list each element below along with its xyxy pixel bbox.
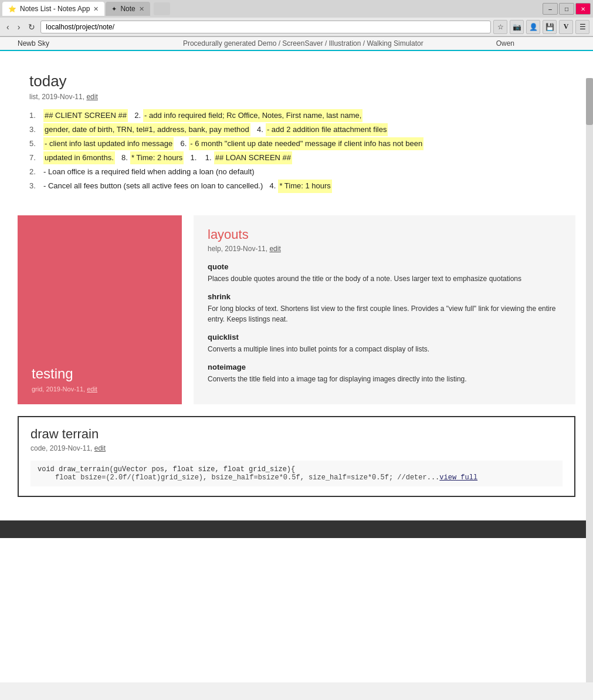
- layouts-section-shrink-desc: For long blocks of text. Shortens list v…: [208, 303, 561, 324]
- layouts-section-quicklist: quicklist Converts a multiple lines into…: [208, 333, 561, 354]
- list-row-3: 5. - client info last updated info messa…: [29, 137, 564, 150]
- list-num-5: 2.: [29, 165, 41, 178]
- today-edit-link[interactable]: edit: [86, 93, 97, 101]
- today-title: today: [29, 72, 564, 90]
- list-item-2c: - add 2 addition file attachment files: [266, 123, 388, 136]
- layouts-section-noteimage: noteimage Converts the title field into …: [208, 363, 561, 384]
- list-item-4d: 1. 1.: [186, 151, 211, 164]
- back-button[interactable]: ‹: [4, 21, 12, 33]
- list-item-3b: 6.: [176, 137, 187, 150]
- testing-meta-date: 2019-Nov-11,: [46, 385, 85, 393]
- save-icon[interactable]: 💾: [543, 20, 557, 34]
- today-meta-type: list: [29, 93, 38, 101]
- testing-title: testing: [32, 366, 168, 382]
- layouts-section-quote-desc: Places double quotes around the title or…: [208, 273, 561, 284]
- layouts-section-shrink: shrink For long blocks of text. Shortens…: [208, 292, 561, 324]
- layouts-meta-date: 2019-Nov-11,: [225, 245, 267, 253]
- layouts-section-quicklist-desc: Converts a multiple lines into bullet po…: [208, 344, 561, 354]
- list-row-2: 3. gender, date of birth, TRN, tel#1, ad…: [29, 123, 564, 136]
- profile-icon[interactable]: 👤: [526, 20, 540, 34]
- draw-terrain-title: draw terrain: [31, 427, 562, 442]
- tab-close-notes[interactable]: ✕: [93, 5, 99, 13]
- address-bar[interactable]: [40, 21, 491, 33]
- draw-terrain-edit-link[interactable]: edit: [94, 444, 106, 452]
- testing-card: testing grid, 2019-Nov-11, edit: [18, 215, 182, 404]
- list-item-1a: ## CLIENT SCREEN ##: [43, 109, 128, 122]
- layouts-section-noteimage-title: noteimage: [208, 363, 561, 371]
- list-num-2: 3.: [29, 123, 41, 136]
- list-item-3c: - 6 month "client up date needed" messag…: [189, 137, 423, 150]
- layouts-title: layouts: [208, 227, 561, 242]
- bottom-bar: [0, 520, 593, 538]
- reload-button[interactable]: ↻: [25, 21, 38, 33]
- draw-terrain-meta-type: code: [31, 444, 46, 452]
- testing-edit-link[interactable]: edit: [87, 385, 97, 393]
- top-bar: Newb Sky Procedurally generated Demo / S…: [0, 37, 593, 51]
- today-card: today list, 2019-Nov-11, edit 1. ## CLIE…: [18, 63, 575, 204]
- minimize-button[interactable]: –: [543, 3, 558, 15]
- scrollbar-thumb[interactable]: [586, 78, 593, 125]
- list-item-2a: gender, date of birth, TRN, tel#1, addre…: [43, 123, 250, 136]
- layouts-card: layouts help, 2019-Nov-11, edit quote Pl…: [194, 215, 575, 404]
- tab-notes-list[interactable]: ⭐ Notes List - Notes App ✕: [2, 2, 104, 16]
- top-bar-right: Owen: [496, 39, 514, 48]
- today-meta: list, 2019-Nov-11, edit: [29, 93, 564, 101]
- list-row-1: 1. ## CLIENT SCREEN ## 2. - add info req…: [29, 109, 564, 122]
- v-icon[interactable]: V: [559, 20, 573, 34]
- tab-label-note: Note: [120, 5, 135, 13]
- layouts-section-quote: quote Places double quotes around the ti…: [208, 262, 561, 284]
- testing-meta-type: grid: [32, 385, 42, 393]
- list-num-6: 3.: [29, 180, 41, 192]
- top-bar-left: Newb Sky: [18, 39, 49, 48]
- code-line-2: float bsize=(2.0f/(float)grid_size), bsi…: [38, 474, 555, 482]
- code-line-2-text: float bsize=(2.0f/(float)grid_size), bsi…: [55, 474, 439, 482]
- list-row-4: 7. updated in 6months. 8. * Time: 2 hour…: [29, 151, 564, 164]
- list-item-4c: * Time: 2 hours: [130, 151, 184, 164]
- today-list: 1. ## CLIENT SCREEN ## 2. - add info req…: [29, 109, 564, 193]
- list-item-1b: 2.: [130, 109, 141, 122]
- tab-close-note[interactable]: ✕: [139, 5, 144, 13]
- today-meta-date: 2019-Nov-11,: [42, 93, 84, 101]
- draw-terrain-card: draw terrain code, 2019-Nov-11, edit voi…: [18, 416, 575, 497]
- code-block: void draw_terrain(guVector pos, float si…: [31, 461, 562, 486]
- menu-icon[interactable]: ☰: [575, 20, 589, 34]
- list-item-2b: 4.: [253, 123, 263, 136]
- layouts-section-quote-title: quote: [208, 262, 561, 271]
- forward-button[interactable]: ›: [15, 21, 23, 33]
- close-button[interactable]: ✕: [575, 3, 591, 15]
- list-item-6c: * Time: 1 hours: [278, 180, 331, 192]
- list-item-5a: - Loan office is a required field when a…: [43, 165, 255, 178]
- tab-favicon-note: ✦: [111, 5, 117, 13]
- layouts-meta-type: help: [208, 245, 221, 253]
- layouts-section-quicklist-title: quicklist: [208, 333, 561, 341]
- view-full-link[interactable]: view full: [439, 474, 477, 482]
- list-num-1: 1.: [29, 109, 41, 122]
- list-row-5: 2. - Loan office is a required field whe…: [29, 165, 564, 178]
- list-row-6: 3. - Cancel all fees button (sets all ac…: [29, 180, 564, 192]
- draw-terrain-meta: code, 2019-Nov-11, edit: [31, 444, 562, 452]
- list-item-6b: 4.: [265, 180, 276, 192]
- list-item-3a: - client info last updated info message: [43, 137, 174, 150]
- tab-note[interactable]: ✦ Note ✕: [106, 2, 150, 16]
- tab-favicon-notes: ⭐: [8, 5, 16, 13]
- code-line-1: void draw_terrain(guVector pos, float si…: [38, 465, 555, 474]
- top-bar-middle: Procedurally generated Demo / ScreenSave…: [183, 39, 423, 48]
- list-item-4b: 8.: [117, 151, 128, 164]
- list-item-4e: ## LOAN SCREEN ##: [214, 151, 292, 164]
- layouts-section-noteimage-desc: Converts the title field into a image ta…: [208, 374, 561, 384]
- list-item-1c: - add info required field; Rc Office, No…: [143, 109, 362, 122]
- list-num-3: 5.: [29, 137, 41, 150]
- layouts-section-shrink-title: shrink: [208, 292, 561, 301]
- restore-button[interactable]: □: [559, 3, 574, 15]
- bookmark-icon[interactable]: ☆: [493, 20, 507, 34]
- layouts-edit-link[interactable]: edit: [269, 245, 280, 253]
- testing-meta: grid, 2019-Nov-11, edit: [32, 385, 168, 393]
- list-item-4a: updated in 6months.: [43, 151, 115, 164]
- scrollbar-track: [586, 78, 593, 682]
- screenshot-icon[interactable]: 📷: [510, 20, 524, 34]
- tab-label-notes: Notes List - Notes App: [20, 5, 90, 13]
- draw-terrain-meta-date: 2019-Nov-11,: [50, 444, 93, 452]
- list-item-6a: - Cancel all fees button (sets all activ…: [43, 180, 263, 192]
- layouts-meta: help, 2019-Nov-11, edit: [208, 245, 561, 253]
- list-num-4: 7.: [29, 151, 41, 164]
